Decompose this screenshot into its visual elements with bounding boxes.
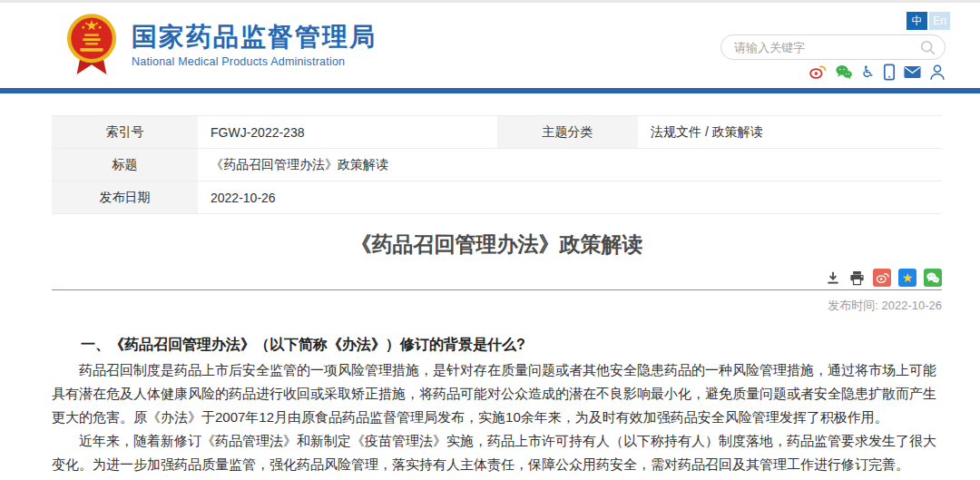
accessibility-icon[interactable]: ♿ bbox=[861, 64, 875, 80]
meta-value-topic-category: 法规文件 / 政策解读 bbox=[638, 116, 942, 148]
download-icon[interactable] bbox=[825, 269, 841, 286]
article-title: 《药品召回管理办法》政策解读 bbox=[52, 230, 942, 258]
meta-value-index-number: FGWJ-2022-238 bbox=[198, 116, 497, 148]
publish-time-label: 发布时间: bbox=[828, 299, 878, 312]
user-icon[interactable] bbox=[929, 64, 946, 81]
wechat-icon[interactable] bbox=[835, 64, 853, 80]
site-header: 国家药品监督管理局 National Medical Products Admi… bbox=[0, 3, 980, 88]
site-name: 国家药品监督管理局 bbox=[132, 23, 377, 52]
mobile-icon[interactable] bbox=[883, 64, 896, 81]
lang-zh-button[interactable]: 中 bbox=[906, 12, 927, 30]
meta-row-title: 标题 《药品召回管理办法》政策解读 bbox=[52, 149, 942, 181]
search-input[interactable] bbox=[721, 41, 919, 54]
national-emblem-logo bbox=[65, 13, 118, 78]
article-body: 一、《药品召回管理办法》（以下简称《办法》）修订的背景是什么? 药品召回制度是药… bbox=[52, 333, 942, 476]
share-qzone-icon[interactable]: ★ bbox=[898, 269, 916, 287]
meta-label-index-number: 索引号 bbox=[52, 116, 198, 148]
meta-value-title: 《药品召回管理办法》政策解读 bbox=[198, 149, 942, 181]
meta-row-index: 索引号 FGWJ-2022-238 主题分类 法规文件 / 政策解读 bbox=[52, 116, 942, 149]
weibo-icon[interactable] bbox=[808, 64, 827, 80]
site-title-block: 国家药品监督管理局 National Medical Products Admi… bbox=[132, 23, 377, 68]
meta-value-publish-date: 2022-10-26 bbox=[198, 181, 942, 213]
article-toolbar: ★ bbox=[52, 269, 942, 287]
meta-label-topic-category: 主题分类 bbox=[497, 116, 638, 148]
meta-row-publish-date: 发布日期 2022-10-26 bbox=[52, 181, 942, 214]
article-paragraph: 近年来，随着新修订《药品管理法》和新制定《疫苗管理法》实施，药品上市许可持有人（… bbox=[52, 429, 942, 476]
language-switch: 中 En bbox=[906, 12, 950, 30]
document-meta-table: 索引号 FGWJ-2022-238 主题分类 法规文件 / 政策解读 标题 《药… bbox=[52, 115, 942, 214]
lang-en-button[interactable]: En bbox=[929, 12, 950, 30]
title-divider bbox=[52, 289, 942, 290]
search-icon[interactable] bbox=[919, 39, 936, 56]
qzone-star-glyph: ★ bbox=[902, 271, 914, 284]
print-icon[interactable] bbox=[848, 269, 866, 287]
share-weibo-icon[interactable] bbox=[873, 269, 891, 287]
article-paragraph: 药品召回制度是药品上市后安全监管的一项风险管理措施，是针对存在质量问题或者其他安… bbox=[52, 358, 942, 429]
site-brand[interactable]: 国家药品监督管理局 National Medical Products Admi… bbox=[65, 13, 377, 78]
publish-time-value: 2022-10-26 bbox=[882, 299, 943, 312]
header-divider-bar bbox=[0, 88, 980, 93]
mail-icon[interactable] bbox=[904, 65, 921, 79]
publish-time: 发布时间: 2022-10-26 bbox=[52, 298, 942, 314]
share-wechat-icon[interactable] bbox=[924, 269, 942, 287]
document-page: 索引号 FGWJ-2022-238 主题分类 法规文件 / 政策解读 标题 《药… bbox=[52, 115, 942, 476]
meta-label-title: 标题 bbox=[52, 149, 198, 181]
search-box bbox=[720, 34, 946, 60]
section-heading: 一、《药品召回管理办法》（以下简称《办法》）修订的背景是什么? bbox=[52, 333, 942, 357]
header-quick-links: ♿ bbox=[808, 63, 946, 81]
meta-label-publish-date: 发布日期 bbox=[52, 181, 198, 213]
site-name-english: National Medical Products Administration bbox=[132, 55, 377, 68]
